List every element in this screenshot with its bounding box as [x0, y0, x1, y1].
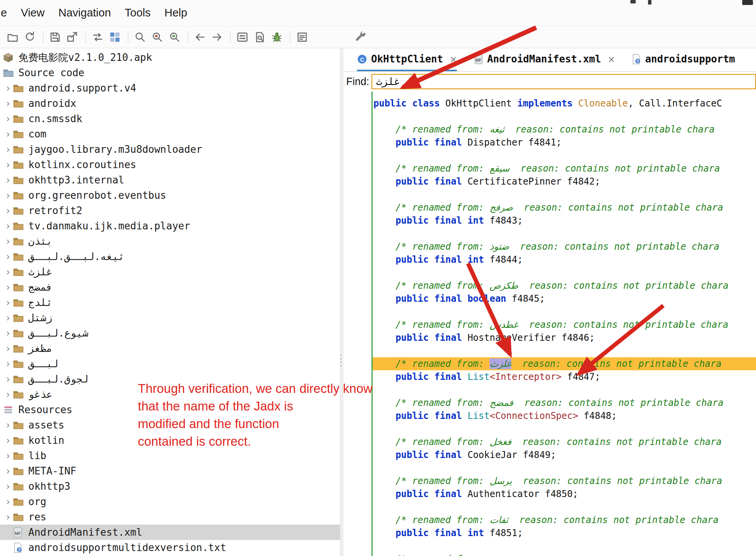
- chevron-right-icon[interactable]: ›: [3, 463, 13, 479]
- tree-item[interactable]: Resources: [0, 402, 340, 417]
- sync-icon[interactable]: [90, 29, 106, 46]
- tree-item[interactable]: ›لبــق: [0, 356, 340, 371]
- tree-item[interactable]: ›ثيغه.لبــق.لبــق: [0, 249, 340, 264]
- menu-item-view[interactable]: View: [21, 7, 44, 19]
- export-icon[interactable]: [64, 29, 80, 46]
- folder-icon: [13, 420, 27, 430]
- chevron-right-icon[interactable]: ›: [3, 371, 13, 387]
- code-line: /* renamed from: فغخل reason: contains n…: [343, 435, 756, 448]
- chevron-right-icon[interactable]: ›: [3, 494, 13, 509]
- tree-item[interactable]: ›فمضج: [0, 280, 340, 295]
- decompile-all-icon[interactable]: [107, 29, 123, 46]
- tree-item[interactable]: ›org.greenrobot.eventbus: [0, 188, 340, 203]
- tree-item[interactable]: ›retrofit2: [0, 203, 340, 218]
- chevron-right-icon[interactable]: ›: [3, 234, 13, 249]
- tree-item-label: okhttp3.internal: [28, 174, 124, 186]
- tree-item[interactable]: ›android.support.v4: [0, 80, 340, 96]
- chevron-right-icon[interactable]: ›: [3, 218, 13, 234]
- chevron-right-icon[interactable]: ›: [3, 157, 13, 172]
- tree-item-label: فمضج: [28, 281, 52, 293]
- tree-item[interactable]: ›res: [0, 509, 340, 525]
- chevron-right-icon[interactable]: ›: [3, 341, 13, 356]
- chevron-right-icon[interactable]: ›: [3, 310, 13, 325]
- back-icon[interactable]: [192, 29, 208, 46]
- tree-item[interactable]: ›زشتل: [0, 310, 340, 325]
- chevron-right-icon[interactable]: ›: [3, 448, 13, 463]
- code-line: /* renamed from: ثفات reason: contains n…: [343, 513, 756, 527]
- tab-androidmanifest-xml[interactable]: MFAndroidManifest.xml×: [474, 48, 615, 71]
- chevron-right-icon[interactable]: ›: [3, 111, 13, 126]
- chevron-right-icon[interactable]: ›: [3, 126, 13, 142]
- tree-item[interactable]: ›okhttp3.internal: [0, 172, 340, 188]
- chevron-right-icon[interactable]: ›: [3, 280, 13, 295]
- tree-item[interactable]: ›لجوق.لبــق: [0, 371, 340, 387]
- chevron-right-icon[interactable]: ›: [3, 172, 13, 188]
- chevron-right-icon[interactable]: ›: [3, 80, 13, 96]
- chevron-right-icon[interactable]: ›: [3, 509, 13, 525]
- log-viewer-icon[interactable]: [294, 29, 310, 46]
- tree-item[interactable]: ›مظغز: [0, 341, 340, 356]
- tree-item-label: AndroidManifest.xml: [28, 527, 142, 538]
- tree-item[interactable]: ›بثذن: [0, 234, 340, 249]
- tree-item[interactable]: ›jaygoo.library.m3u8downloader: [0, 142, 340, 157]
- chevron-right-icon[interactable]: ›: [3, 96, 13, 111]
- tree-item[interactable]: ›androidx: [0, 96, 340, 111]
- chevron-right-icon[interactable]: ›: [3, 417, 13, 433]
- reload-icon[interactable]: [22, 29, 38, 46]
- chevron-right-icon[interactable]: ›: [3, 479, 13, 494]
- open-apk-icon[interactable]: [5, 29, 21, 46]
- tab-androidsupportm[interactable]: ?androidsupportm: [632, 48, 735, 71]
- apk-icon: [3, 52, 17, 63]
- preferences-icon[interactable]: [234, 29, 250, 46]
- menu-item-e[interactable]: e: [1, 7, 7, 19]
- forward-icon[interactable]: [209, 29, 225, 46]
- chevron-right-icon[interactable]: ›: [3, 356, 13, 371]
- close-tab-icon[interactable]: ×: [450, 52, 457, 66]
- menu-item-navigation[interactable]: Navigation: [58, 7, 111, 19]
- tree-item[interactable]: ›غلزث: [0, 264, 340, 280]
- tree-item[interactable]: ›kotlinx.coroutines: [0, 157, 340, 172]
- code-line: /* renamed from: طكزص reason: contains n…: [343, 279, 756, 292]
- debug-bug-icon[interactable]: [269, 29, 285, 46]
- tree-item[interactable]: Source code: [0, 65, 340, 80]
- tree-item[interactable]: ›tv.danmaku.ijk.media.player: [0, 218, 340, 234]
- panel-splitter[interactable]: [340, 48, 343, 556]
- tree-item[interactable]: ›عذغو: [0, 387, 340, 402]
- code-editor[interactable]: public class OkHttpClient implements Clo…: [343, 92, 756, 556]
- close-tab-icon[interactable]: ×: [608, 52, 615, 66]
- tree-item[interactable]: ›شيوع.لبــق: [0, 325, 340, 341]
- chevron-right-icon[interactable]: ›: [3, 295, 13, 310]
- tree-item[interactable]: ›kotlin: [0, 433, 340, 448]
- chevron-right-icon[interactable]: ›: [3, 325, 13, 341]
- find-input[interactable]: [371, 74, 756, 89]
- chevron-right-icon[interactable]: ›: [3, 433, 13, 448]
- tree-item[interactable]: ›assets: [0, 417, 340, 433]
- tree-item[interactable]: MFAndroidManifest.xml: [0, 525, 340, 540]
- tree-item[interactable]: ›cn.smssdk: [0, 111, 340, 126]
- code-line: [343, 227, 756, 240]
- search-text-icon[interactable]: [149, 29, 165, 46]
- tree-item[interactable]: ›org: [0, 494, 340, 509]
- menu-item-help[interactable]: Help: [164, 7, 187, 19]
- chevron-right-icon[interactable]: ›: [3, 264, 13, 280]
- search-icon[interactable]: [132, 29, 148, 46]
- tree-item[interactable]: ?androidsupportmultidexversion.txt: [0, 540, 340, 555]
- tree-item[interactable]: ›com: [0, 126, 340, 142]
- save-all-icon[interactable]: [47, 29, 63, 46]
- wrench-icon[interactable]: [352, 28, 368, 45]
- package-icon: [13, 145, 27, 154]
- tree-item[interactable]: 免费电影院v2.1.0_210.apk: [0, 50, 340, 65]
- menu-item-tools[interactable]: Tools: [125, 7, 151, 19]
- tree-item[interactable]: ›okhttp3: [0, 479, 340, 494]
- tree-item[interactable]: ›META-INF: [0, 463, 340, 479]
- tree-item[interactable]: ›lib: [0, 448, 340, 463]
- chevron-right-icon[interactable]: ›: [3, 203, 13, 218]
- inspect-document-icon[interactable]: [252, 29, 268, 46]
- chevron-right-icon[interactable]: ›: [3, 387, 13, 402]
- tree-item[interactable]: ›ثلدج: [0, 295, 340, 310]
- chevron-right-icon[interactable]: ›: [3, 188, 13, 203]
- search-class-icon[interactable]: [167, 29, 183, 46]
- tab-okhttpclient[interactable]: COkHttpClient×: [357, 48, 457, 71]
- chevron-right-icon[interactable]: ›: [3, 249, 13, 264]
- chevron-right-icon[interactable]: ›: [3, 142, 13, 157]
